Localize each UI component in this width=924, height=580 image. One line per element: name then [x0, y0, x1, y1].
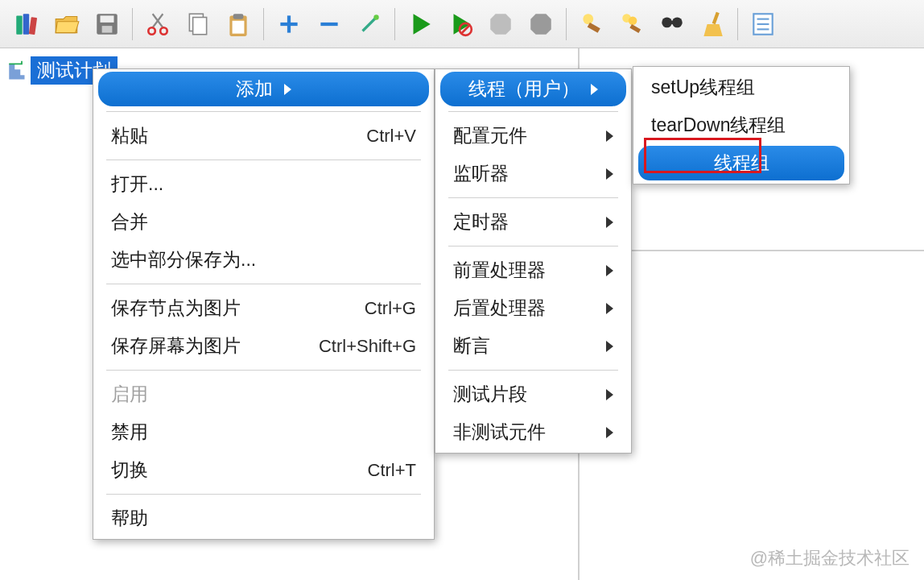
- add-submenu: 线程（用户）配置元件监听器定时器前置处理器后置处理器断言测试片段非测试元件: [435, 68, 632, 454]
- menu-item[interactable]: setUp线程组: [633, 68, 849, 106]
- menu-item[interactable]: 监听器: [435, 155, 631, 193]
- stop-shutdown-icon[interactable]: [522, 6, 559, 43]
- menu-item-label: 帮助: [111, 506, 148, 531]
- run-icon[interactable]: [402, 6, 439, 43]
- svg-point-25: [629, 16, 637, 25]
- svg-rect-2: [29, 17, 37, 35]
- menu-item-label: 添加: [236, 77, 273, 102]
- svg-rect-26: [629, 24, 641, 33]
- menu-item-label: 禁用: [111, 420, 148, 445]
- menu-item-label: 保存屏幕为图片: [111, 334, 241, 358]
- menu-item[interactable]: 保存屏幕为图片Ctrl+Shift+G: [93, 327, 434, 365]
- run-no-pause-icon[interactable]: [442, 6, 479, 43]
- clear-icon[interactable]: [573, 6, 610, 43]
- svg-rect-29: [670, 20, 674, 23]
- menu-item[interactable]: 定时器: [435, 203, 631, 241]
- menu-item-label: 启用: [111, 382, 148, 407]
- menu-item[interactable]: 切换Ctrl+T: [93, 451, 434, 489]
- copy-icon[interactable]: [179, 6, 217, 43]
- menu-item-label: 粘贴: [111, 123, 148, 148]
- menu-item-label: 线程（用户）: [468, 77, 580, 102]
- submenu-arrow-icon: [606, 265, 613, 276]
- menu-item-label: setUp线程组: [651, 75, 755, 100]
- clear-all-icon[interactable]: [613, 6, 650, 43]
- menu-item[interactable]: 添加: [98, 72, 429, 106]
- menu-item[interactable]: 前置处理器: [435, 251, 631, 289]
- svg-rect-4: [101, 15, 114, 23]
- svg-rect-14: [233, 20, 245, 33]
- menu-item[interactable]: 线程（用户）: [440, 72, 626, 106]
- menu-item[interactable]: 线程组: [638, 146, 844, 180]
- submenu-arrow-icon: [606, 217, 613, 228]
- submenu-arrow-icon: [606, 168, 613, 180]
- stop-icon[interactable]: [482, 6, 519, 43]
- save-icon[interactable]: [89, 6, 126, 43]
- cut-icon[interactable]: [139, 6, 176, 43]
- svg-rect-11: [193, 17, 207, 34]
- menu-item-label: 测试片段: [453, 382, 527, 407]
- menu-item[interactable]: 打开...: [93, 165, 434, 203]
- menu-item[interactable]: 禁用: [93, 413, 434, 451]
- paste-icon[interactable]: [220, 6, 257, 43]
- svg-rect-1: [23, 14, 29, 35]
- submenu-arrow-icon: [284, 84, 291, 95]
- svg-rect-0: [16, 15, 22, 34]
- menu-separator: [448, 197, 618, 198]
- submenu-arrow-icon: [606, 427, 613, 438]
- svg-point-19: [373, 14, 378, 19]
- svg-point-8: [148, 27, 155, 35]
- report-icon[interactable]: [745, 6, 782, 43]
- open-folder-icon[interactable]: [48, 6, 85, 43]
- menu-item[interactable]: 合并: [93, 203, 434, 241]
- menu-item-shortcut: Ctrl+G: [365, 298, 416, 319]
- menu-separator: [106, 284, 421, 284]
- menu-item[interactable]: 配置元件: [435, 117, 631, 155]
- menu-item-label: 前置处理器: [453, 258, 546, 283]
- menu-item[interactable]: 选中部分保存为...: [93, 241, 434, 279]
- menu-item-label: 切换: [111, 458, 148, 483]
- menu-item[interactable]: 帮助: [93, 499, 434, 537]
- svg-rect-30: [712, 11, 720, 23]
- menu-item-label: 打开...: [111, 172, 163, 197]
- menu-separator: [106, 160, 421, 160]
- menu-item[interactable]: tearDown线程组: [633, 106, 849, 144]
- minus-icon[interactable]: [311, 6, 348, 43]
- search-icon[interactable]: [654, 6, 691, 43]
- plus-icon[interactable]: [270, 6, 307, 43]
- menu-item-label: 线程组: [714, 151, 769, 176]
- svg-point-22: [583, 14, 593, 24]
- submenu-arrow-icon: [591, 84, 598, 95]
- menu-item[interactable]: 保存节点为图片Ctrl+G: [93, 289, 434, 327]
- menu-item-label: 保存节点为图片: [111, 296, 241, 321]
- books-icon[interactable]: [8, 6, 45, 43]
- toolbar-separator: [566, 8, 567, 40]
- testplan-icon: [5, 60, 27, 82]
- menu-item[interactable]: 粘贴Ctrl+V: [93, 117, 434, 155]
- menu-item-label: 断言: [453, 334, 490, 358]
- menu-item[interactable]: 断言: [435, 327, 631, 365]
- menu-separator: [106, 494, 421, 495]
- menu-item-shortcut: Ctrl+T: [368, 460, 417, 481]
- toolbar-separator: [132, 8, 133, 40]
- broom-icon[interactable]: [694, 6, 731, 43]
- menu-item-label: 合并: [111, 209, 148, 234]
- menu-item[interactable]: 启用: [93, 375, 434, 413]
- svg-rect-23: [588, 22, 600, 32]
- menu-separator: [448, 370, 618, 371]
- menu-item[interactable]: 非测试元件: [435, 413, 631, 451]
- svg-line-18: [363, 17, 377, 31]
- threads-submenu: setUp线程组tearDown线程组线程组: [633, 66, 850, 184]
- submenu-arrow-icon: [606, 341, 613, 352]
- svg-point-9: [160, 27, 167, 35]
- toolbar-separator: [737, 8, 738, 40]
- menu-item-label: 选中部分保存为...: [111, 247, 256, 272]
- menu-item[interactable]: 测试片段: [435, 375, 631, 413]
- menu-item-shortcut: Ctrl+Shift+G: [319, 336, 416, 357]
- menu-separator: [448, 246, 618, 246]
- menu-item[interactable]: 后置处理器: [435, 289, 631, 327]
- menu-item-shortcut: Ctrl+V: [366, 126, 416, 147]
- toolbar: [0, 0, 924, 48]
- menu-item-label: 配置元件: [453, 123, 527, 148]
- menu-item-label: 非测试元件: [453, 420, 546, 445]
- wand-icon[interactable]: [351, 6, 388, 43]
